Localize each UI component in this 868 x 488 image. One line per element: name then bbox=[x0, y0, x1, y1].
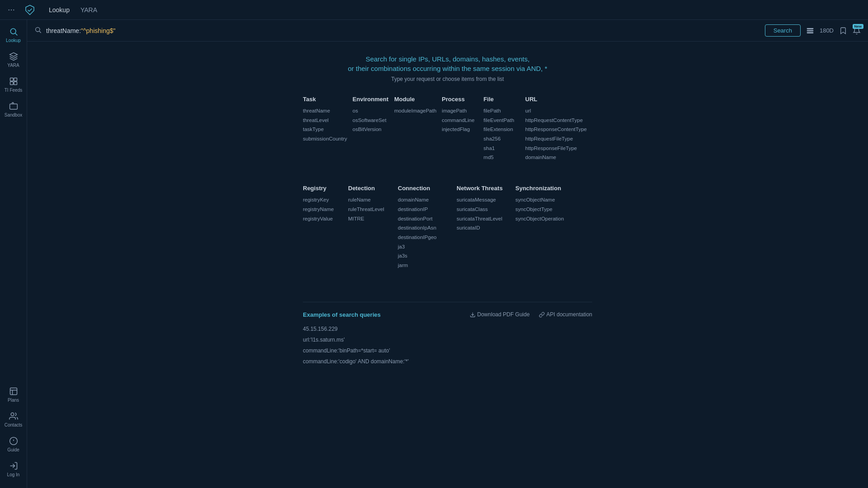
download-pdf-link[interactable]: Download PDF Guide bbox=[470, 311, 530, 318]
field-group-environment-title: Environment bbox=[353, 96, 389, 103]
field-destinationPort[interactable]: destinationPort bbox=[398, 214, 451, 224]
sidebar-item-lookup[interactable]: Lookup bbox=[2, 23, 25, 47]
field-fileEventPath[interactable]: fileEventPath bbox=[484, 116, 520, 125]
menu-icon[interactable] bbox=[7, 6, 15, 14]
sidebar-item-guide[interactable]: Guide bbox=[2, 433, 25, 456]
field-taskType[interactable]: taskType bbox=[303, 125, 347, 134]
sidebar: Lookup YARA TI Feeds bbox=[0, 20, 27, 488]
hero-line3: Type your request or choose items from t… bbox=[348, 76, 547, 82]
search-button[interactable]: Search bbox=[765, 24, 801, 37]
field-destinationIpAsn[interactable]: destinationIpAsn bbox=[398, 223, 451, 233]
field-destinationIPgeo[interactable]: destinationIPgeo bbox=[398, 233, 451, 242]
field-destinationIP[interactable]: destinationIP bbox=[398, 205, 451, 214]
field-httpResponseFileType[interactable]: httpResponseFileType bbox=[525, 144, 587, 153]
field-sha256[interactable]: sha256 bbox=[484, 134, 520, 144]
field-group-process: Process imagePath commandLine injectedFl… bbox=[442, 96, 483, 171]
field-group-file: File filePath fileEventPath fileExtensio… bbox=[484, 96, 525, 171]
field-suricataID[interactable]: suricataID bbox=[457, 223, 510, 233]
notification-button[interactable]: New bbox=[853, 27, 861, 35]
svg-rect-11 bbox=[10, 388, 17, 395]
field-MITRE[interactable]: MITRE bbox=[348, 214, 392, 224]
api-docs-link[interactable]: API documentation bbox=[539, 311, 592, 318]
bookmark-button[interactable] bbox=[839, 27, 847, 35]
list-view-button[interactable] bbox=[806, 27, 814, 35]
field-registryKey[interactable]: registryKey bbox=[303, 195, 343, 205]
svg-point-4 bbox=[10, 28, 16, 34]
field-osSoftwareSet[interactable]: osSoftwareSet bbox=[353, 116, 389, 125]
content-area: threatName:"^phishing$" Search 180D bbox=[27, 20, 868, 488]
field-group-task: Task threatName threatLevel taskType sub… bbox=[303, 96, 353, 171]
main-layout: Lookup YARA TI Feeds bbox=[0, 20, 868, 488]
searchbar: threatName:"^phishing$" Search 180D bbox=[27, 20, 868, 42]
sidebar-item-plans[interactable]: Plans bbox=[2, 383, 25, 406]
topbar-nav: Lookup YARA bbox=[44, 5, 102, 15]
field-ruleThreatLevel[interactable]: ruleThreatLevel bbox=[348, 205, 392, 214]
example-query-1[interactable]: url:'l1s.saturn.ms' bbox=[303, 334, 592, 345]
sidebar-item-ti-feeds[interactable]: TI Feeds bbox=[2, 73, 25, 96]
sidebar-item-login[interactable]: Log In bbox=[2, 458, 25, 481]
svg-rect-21 bbox=[807, 32, 813, 33]
field-httpRequestContentType[interactable]: httpRequestContentType bbox=[525, 116, 587, 125]
svg-point-0 bbox=[9, 9, 9, 10]
field-group-sync-title: Synchronization bbox=[515, 185, 569, 192]
field-submissionCountry[interactable]: submissionCountry bbox=[303, 134, 347, 144]
field-imagePath[interactable]: imagePath bbox=[442, 106, 478, 116]
sidebar-item-sandbox[interactable]: Sandbox bbox=[2, 98, 25, 121]
field-group-network-threats: Network Threats suricataMessage suricata… bbox=[457, 185, 515, 279]
field-syncObjectType[interactable]: syncObjectType bbox=[515, 205, 569, 214]
new-badge: New bbox=[853, 24, 863, 29]
svg-point-17 bbox=[36, 28, 40, 32]
field-domainName[interactable]: domainName bbox=[525, 153, 587, 162]
field-group-connection: Connection domainName destinationIP dest… bbox=[398, 185, 457, 279]
field-moduleImagePath[interactable]: moduleImagePath bbox=[394, 106, 436, 116]
field-suricataMessage[interactable]: suricataMessage bbox=[457, 195, 510, 205]
main-content: Search for single IPs, URLs, domains, ha… bbox=[27, 42, 868, 488]
field-md5[interactable]: md5 bbox=[484, 153, 520, 162]
search-query[interactable]: threatName:"^phishing$" bbox=[46, 27, 760, 34]
example-query-2[interactable]: commandLine:'binPath=*start= auto' bbox=[303, 345, 592, 356]
field-os[interactable]: os bbox=[353, 106, 389, 116]
searchbar-actions: Search 180D bbox=[765, 24, 861, 37]
example-query-0[interactable]: 45.15.156.229 bbox=[303, 324, 592, 334]
field-sha1[interactable]: sha1 bbox=[484, 144, 520, 153]
field-group-network-threats-title: Network Threats bbox=[457, 185, 510, 192]
field-fileExtension[interactable]: fileExtension bbox=[484, 125, 520, 134]
field-suricataClass[interactable]: suricataClass bbox=[457, 205, 510, 214]
field-group-registry: Registry registryKey registryName regist… bbox=[303, 185, 348, 279]
sidebar-label-yara: YARA bbox=[7, 63, 19, 68]
svg-rect-10 bbox=[9, 104, 17, 109]
field-ja3s[interactable]: ja3s bbox=[398, 251, 451, 261]
field-jarm[interactable]: jarm bbox=[398, 261, 451, 270]
field-httpRequestFileType[interactable]: httpRequestFileType bbox=[525, 134, 587, 144]
field-threatLevel[interactable]: threatLevel bbox=[303, 116, 347, 125]
field-syncObjectName[interactable]: syncObjectName bbox=[515, 195, 569, 205]
field-filePath[interactable]: filePath bbox=[484, 106, 520, 116]
svg-marker-3 bbox=[26, 5, 34, 14]
field-injectedFlag[interactable]: injectedFlag bbox=[442, 125, 478, 134]
field-ja3[interactable]: ja3 bbox=[398, 242, 451, 252]
field-registryValue[interactable]: registryValue bbox=[303, 214, 343, 224]
svg-point-1 bbox=[11, 9, 12, 10]
field-group-environment: Environment os osSoftwareSet osBitVersio… bbox=[353, 96, 394, 171]
field-conn-domainName[interactable]: domainName bbox=[398, 195, 451, 205]
fields-grid-row2: Registry registryKey registryName regist… bbox=[303, 185, 592, 279]
svg-rect-9 bbox=[14, 82, 17, 85]
field-osBitVersion[interactable]: osBitVersion bbox=[353, 125, 389, 134]
examples-links: Download PDF Guide API documentation bbox=[470, 311, 592, 318]
example-query-3[interactable]: commandLine:'codigo' AND domainName:'*' bbox=[303, 356, 592, 367]
sidebar-bottom: Plans Contacts Guide bbox=[2, 383, 25, 484]
field-url[interactable]: url bbox=[525, 106, 587, 116]
nav-lookup[interactable]: Lookup bbox=[44, 5, 74, 15]
field-registryName[interactable]: registryName bbox=[303, 205, 343, 214]
field-httpResponseContentType[interactable]: httpResponseContentType bbox=[525, 125, 587, 134]
field-suricataThreatLevel[interactable]: suricataThreatLevel bbox=[457, 214, 510, 224]
sidebar-item-yara[interactable]: YARA bbox=[2, 48, 25, 71]
field-ruleName[interactable]: ruleName bbox=[348, 195, 392, 205]
nav-yara[interactable]: YARA bbox=[76, 5, 102, 15]
field-threatName[interactable]: threatName bbox=[303, 106, 347, 116]
sidebar-item-contacts[interactable]: Contacts bbox=[2, 408, 25, 431]
sidebar-label-ti-feeds: TI Feeds bbox=[5, 88, 22, 93]
field-group-module-title: Module bbox=[394, 96, 436, 103]
field-commandLine[interactable]: commandLine bbox=[442, 116, 478, 125]
field-syncObjectOperation[interactable]: syncObjectOperation bbox=[515, 214, 569, 224]
